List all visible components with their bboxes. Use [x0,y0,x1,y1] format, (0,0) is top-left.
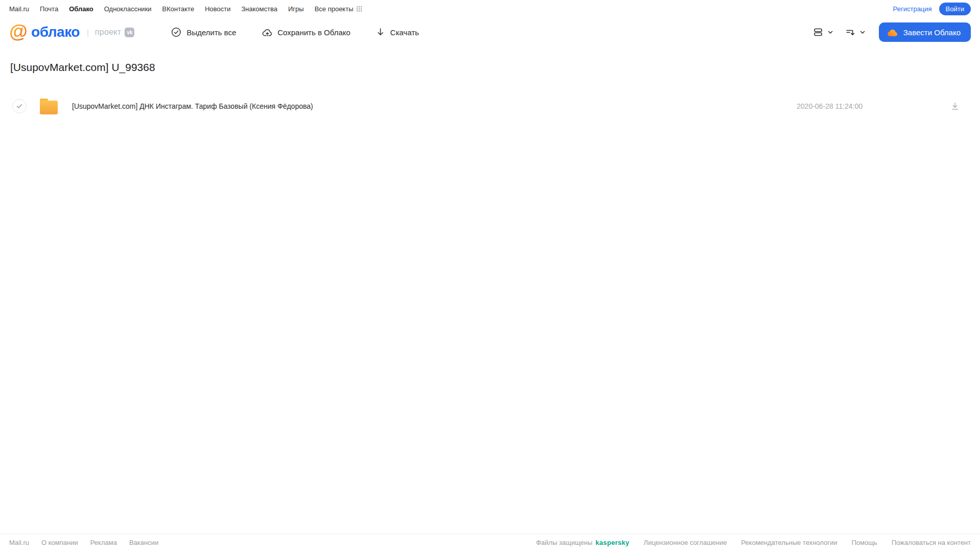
view-mode-dropdown[interactable] [812,27,833,38]
orange-cloud-icon [887,28,898,37]
file-name-link[interactable]: [UsupovMarket.com] ДНК Инстаграм. Тариф … [72,102,313,110]
footer-link-license[interactable]: Лицензионное соглашение [643,539,727,546]
row-download-icon[interactable] [950,102,960,111]
folder-icon [40,99,59,114]
vk-project-tag: | проект vk [87,28,135,37]
registration-link[interactable]: Регистрация [893,5,932,13]
topbar-link-odnoklassniki[interactable]: Одноклассники [104,5,152,13]
select-all-button[interactable]: Выделить все [171,27,236,37]
footer-link-jobs[interactable]: Вакансии [129,539,158,546]
topbar-link-znakomstva[interactable]: Знакомства [241,5,277,13]
footer-link-help[interactable]: Помощь [851,539,877,546]
file-row[interactable]: [UsupovMarket.com] ДНК Инстаграм. Тариф … [0,95,980,117]
file-toolbar: Выделить все Сохранить в Облако Скачать [171,27,419,37]
sort-icon [845,27,856,38]
file-date: 2020-06-28 11:24:00 [797,102,863,110]
view-controls [812,27,866,38]
project-divider: | [87,28,89,37]
chevron-down-icon [859,29,866,35]
save-to-cloud-label: Сохранить в Облако [278,28,351,37]
kaspersky-logo[interactable]: kaspersky [595,539,629,546]
topbar-link-vkontakte[interactable]: ВКонтакте [162,5,195,13]
download-button[interactable]: Скачать [376,27,419,37]
footer-link-mailru[interactable]: Mail.ru [9,539,29,546]
portal-topbar: Mail.ru Почта Облако Одноклассники ВКонт… [0,0,980,17]
download-icon [376,27,385,37]
portal-links: Mail.ru Почта Облако Одноклассники ВКонт… [9,5,362,13]
all-projects-label: Все проекты [315,5,353,13]
topbar-link-oblako[interactable]: Облако [69,5,93,13]
check-circle-icon [171,27,181,37]
page-footer: Mail.ru О компании Реклама Вакансии Файл… [0,534,980,551]
list-view-icon [812,27,824,38]
file-list: [UsupovMarket.com] ДНК Инстаграм. Тариф … [0,95,980,117]
row-checkbox[interactable] [12,99,27,113]
apps-grid-icon [356,6,362,12]
page-title: [UsupovMarket.com] U_99368 [10,61,980,74]
topbar-link-pochta[interactable]: Почта [40,5,58,13]
select-all-label: Выделить все [186,28,236,37]
footer-link-report[interactable]: Пожаловаться на контент [892,539,971,546]
footer-link-about[interactable]: О компании [41,539,78,546]
app-header: @ облако | проект vk Выделить все Со [0,17,980,47]
footer-right-links: Файлы защищены kaspersky Лицензионное со… [536,539,971,546]
logo-text: облако [31,24,80,40]
project-label: проект [95,28,122,37]
cloud-logo[interactable]: @ облако [9,23,80,41]
topbar-link-novosti[interactable]: Новости [205,5,230,13]
topbar-right: Регистрация Войти [893,3,971,15]
topbar-link-mailru[interactable]: Mail.ru [9,5,29,13]
get-cloud-label: Завести Облако [903,28,961,37]
mailru-at-icon: @ [9,22,28,41]
vk-icon: vk [125,28,134,37]
get-cloud-button[interactable]: Завести Облако [879,22,971,42]
chevron-down-icon [827,29,833,35]
footer-link-ads[interactable]: Реклама [90,539,117,546]
cloud-upload-icon [262,27,273,37]
main-content: [UsupovMarket.com] U_99368 [0,47,980,534]
login-button[interactable]: Войти [939,3,971,15]
save-to-cloud-button[interactable]: Сохранить в Облако [262,27,351,37]
sort-dropdown[interactable] [845,27,866,38]
footer-link-recommendations[interactable]: Рекомендательные технологии [741,539,837,546]
kaspersky-protection: Файлы защищены kaspersky [536,539,630,546]
download-label: Скачать [390,28,419,37]
footer-left-links: Mail.ru О компании Реклама Вакансии [9,539,158,546]
protected-label: Файлы защищены [536,539,592,546]
topbar-link-igry[interactable]: Игры [288,5,304,13]
topbar-link-all-projects[interactable]: Все проекты [315,5,362,13]
